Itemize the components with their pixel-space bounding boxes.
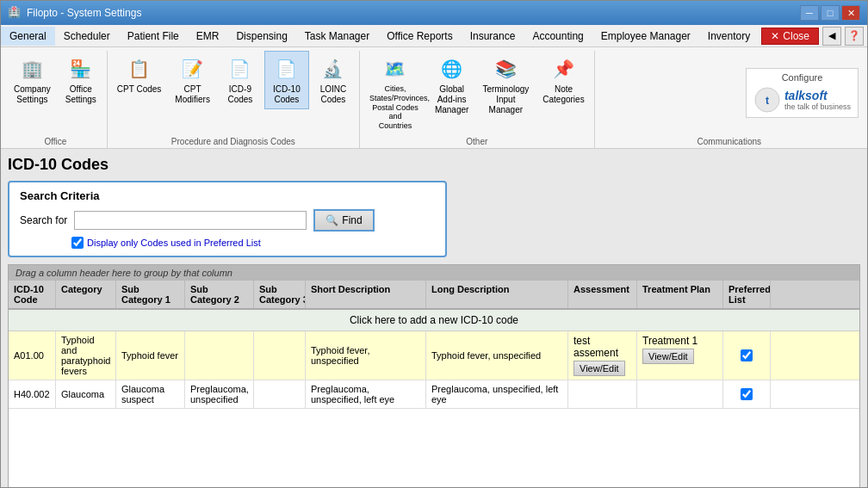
cell-sub1-0: Typhoid fever: [116, 331, 185, 380]
menu-employee-manager[interactable]: Employee Manager: [592, 27, 699, 46]
office-group-label: Office: [8, 135, 103, 148]
treatment-view-edit-0[interactable]: View/Edit: [642, 349, 694, 364]
cities-states-button[interactable]: 🗺️ Cities, States/Provinces,Postal Codes…: [363, 51, 427, 135]
window-title: Filopto - System Settings: [27, 7, 800, 19]
cell-sub3-0: [254, 331, 306, 380]
cpt-codes-icon: 📋: [126, 55, 153, 83]
menu-dispensing[interactable]: Dispensing: [227, 27, 295, 46]
loinc-codes-label: LOINCCodes: [320, 84, 347, 105]
company-settings-button[interactable]: 🏢 CompanySettings: [8, 51, 57, 109]
icd10-codes-icon: 📄: [273, 55, 301, 83]
communications-group-label: Communications: [598, 135, 860, 148]
terminology-button[interactable]: 📚 TerminologyInputManager: [476, 51, 535, 120]
back-nav-button[interactable]: ◀: [822, 27, 841, 46]
cities-states-label: Cities, States/Provinces,Postal Codes an…: [369, 84, 421, 131]
preferred-label[interactable]: Display only Codes used in Preferred Lis…: [87, 238, 261, 248]
office-settings-icon: 🏪: [67, 55, 95, 83]
preferred-checkbox-row: Display only Codes used in Preferred Lis…: [71, 237, 435, 249]
find-button[interactable]: 🔍 Find: [313, 209, 374, 232]
window-controls: ─ □ ✕: [800, 5, 860, 21]
ribbon-other-group: 🗺️ Cities, States/Provinces,Postal Codes…: [360, 51, 595, 148]
col-header-short: Short Description: [306, 281, 426, 308]
window-close-button[interactable]: ✕: [841, 5, 860, 21]
cell-category-1: Glaucoma: [56, 380, 116, 408]
other-group-label: Other: [363, 135, 591, 148]
cpt-modifiers-button[interactable]: 📝 CPTModifiers: [169, 51, 216, 109]
talksoft-icon: t: [753, 86, 781, 114]
menu-insurance[interactable]: Insurance: [462, 27, 524, 46]
add-new-row[interactable]: Click here to add a new ICD-10 code: [9, 310, 859, 331]
menu-bar: General Scheduler Patient File EMR Dispe…: [1, 25, 867, 47]
ribbon-other-buttons: 🗺️ Cities, States/Provinces,Postal Codes…: [363, 51, 591, 135]
company-settings-icon: 🏢: [18, 55, 46, 83]
cell-long-0: Typhoid fever, unspecified: [426, 331, 568, 380]
company-settings-label: CompanySettings: [14, 84, 51, 105]
menu-accounting[interactable]: Accounting: [524, 27, 592, 46]
cell-short-0: Typhoid fever, unspecified: [306, 331, 426, 380]
talksoft-logo-area: Configure t talksoft the talk of busines…: [746, 68, 859, 118]
col-header-long: Long Description: [426, 281, 568, 308]
icd9-codes-label: ICD-9Codes: [227, 84, 252, 105]
menu-emr[interactable]: EMR: [188, 27, 228, 46]
preferred-checkbox[interactable]: [71, 237, 84, 249]
col-header-sub3: SubCategory 3: [254, 281, 306, 308]
ribbon-office-buttons: 🏢 CompanySettings 🏪 OfficeSettings: [8, 51, 103, 135]
data-grid: Drag a column header here to group by th…: [8, 264, 860, 488]
office-settings-button[interactable]: 🏪 OfficeSettings: [59, 51, 103, 109]
assessment-view-edit-0[interactable]: View/Edit: [574, 361, 625, 376]
col-header-sub2: SubCategory 2: [185, 281, 254, 308]
loinc-codes-button[interactable]: 🔬 LOINCCodes: [311, 51, 356, 109]
preferred-check-1[interactable]: [741, 388, 753, 400]
col-header-preferred: PreferredList: [723, 281, 771, 308]
cell-preferred-1: [723, 380, 771, 408]
cpt-codes-button[interactable]: 📋 CPT Codes: [111, 51, 168, 99]
cell-sub2-0: [185, 331, 254, 380]
global-addins-button[interactable]: 🌐 GlobalAdd-insManager: [429, 51, 474, 120]
cell-treatment-1: [637, 380, 723, 408]
app-icon: 🏥: [8, 6, 22, 20]
title-bar: 🏥 Filopto - System Settings ─ □ ✕: [1, 1, 867, 25]
terminology-icon: 📚: [492, 55, 519, 83]
menu-patient-file[interactable]: Patient File: [119, 27, 188, 46]
procedure-group-label: Procedure and Diagnosis Codes: [111, 135, 356, 148]
menu-general[interactable]: General: [1, 27, 55, 46]
cell-treatment-0: Treatment 1 View/Edit: [637, 331, 723, 380]
cell-sub1-1: Glaucoma suspect: [116, 380, 185, 408]
icd10-codes-label: ICD-10Codes: [273, 84, 301, 105]
main-content: ICD-10 Codes Search Criteria Search for …: [1, 149, 867, 488]
grid-body: A01.00 Typhoid and paratyphoid fevers Ty…: [9, 331, 859, 488]
note-categories-button[interactable]: 📌 NoteCategories: [536, 51, 590, 109]
cell-long-1: Preglaucoma, unspecified, left eye: [426, 380, 568, 408]
search-criteria-box: Search Criteria Search for 🔍 Find Displa…: [8, 181, 447, 257]
preferred-check-0[interactable]: [741, 349, 753, 361]
ribbon-office-group: 🏢 CompanySettings 🏪 OfficeSettings Offic…: [4, 51, 108, 148]
icd9-codes-button[interactable]: 📄 ICD-9Codes: [218, 51, 263, 109]
table-row: H40.002 Glaucoma Glaucoma suspect Pregla…: [9, 380, 859, 409]
menu-task-manager[interactable]: Task Manager: [296, 27, 378, 46]
drag-hint: Drag a column header here to group by th…: [9, 265, 859, 281]
close-icon: ✕: [771, 30, 779, 42]
col-header-category: Category: [56, 281, 116, 308]
treatment-text-0: Treatment 1: [642, 335, 698, 347]
menu-close-area: ✕ Close ◀ ❓: [761, 27, 867, 46]
search-icon: 🔍: [326, 214, 338, 226]
search-row: Search for 🔍 Find: [20, 209, 435, 232]
office-settings-label: OfficeSettings: [65, 84, 96, 105]
menu-inventory[interactable]: Inventory: [699, 27, 759, 46]
search-input[interactable]: [74, 211, 307, 230]
menu-scheduler[interactable]: Scheduler: [55, 27, 119, 46]
cell-sub2-1: Preglaucoma, unspecified: [185, 380, 254, 408]
icd10-codes-button[interactable]: 📄 ICD-10Codes: [264, 51, 309, 109]
talksoft-brand: talksoft: [784, 89, 851, 102]
search-label: Search for: [20, 214, 67, 226]
minimize-button[interactable]: ─: [800, 5, 819, 21]
cell-short-1: Preglaucoma, unspecified, left eye: [306, 380, 426, 408]
ribbon: 🏢 CompanySettings 🏪 OfficeSettings Offic…: [1, 47, 867, 149]
cell-preferred-0: [723, 331, 771, 380]
menu-office-reports[interactable]: Office Reports: [378, 27, 461, 46]
maximize-button[interactable]: □: [821, 5, 840, 21]
ribbon-communications-group: Configure t talksoft the talk of busines…: [595, 51, 864, 148]
forward-nav-button[interactable]: ❓: [845, 27, 864, 46]
close-button[interactable]: ✕ Close: [761, 28, 819, 45]
ribbon-procedure-group: 📋 CPT Codes 📝 CPTModifiers 📄 ICD-9Codes …: [108, 51, 360, 148]
